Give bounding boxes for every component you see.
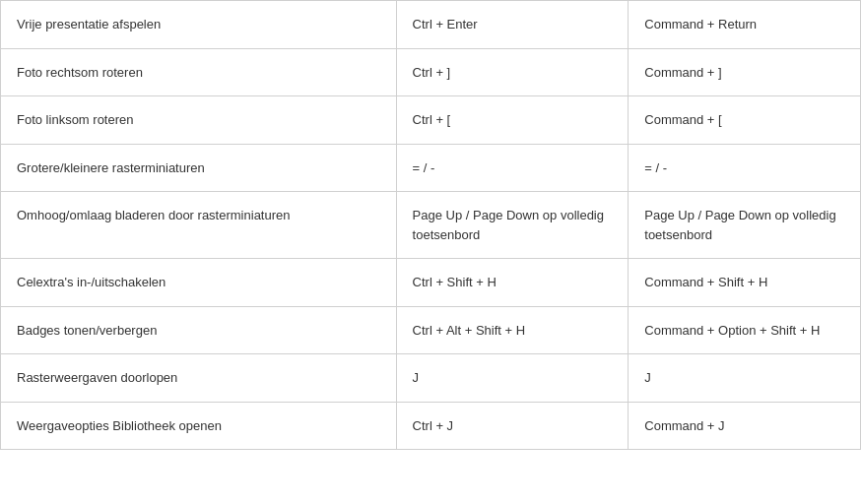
- mac-shortcut-cell: Command + ]: [629, 48, 861, 96]
- table-row: Celextra's in-/uitschakelenCtrl + Shift …: [1, 259, 861, 307]
- windows-shortcut-cell: J: [396, 354, 629, 403]
- mac-shortcut-cell: = / -: [629, 144, 861, 192]
- windows-shortcut-cell: Ctrl + J: [396, 402, 629, 450]
- mac-shortcut-cell: J: [629, 354, 861, 403]
- action-cell: Rasterweergaven doorlopen: [1, 354, 397, 403]
- shortcuts-table: Vrije presentatie afspelenCtrl + EnterCo…: [0, 0, 861, 450]
- windows-shortcut-cell: Ctrl + Shift + H: [396, 259, 629, 307]
- table-row: Foto linksom roterenCtrl + [Command + [: [1, 96, 861, 145]
- windows-shortcut-cell: Ctrl + ]: [396, 48, 629, 96]
- shortcuts-table-container: Vrije presentatie afspelenCtrl + EnterCo…: [0, 0, 861, 450]
- action-cell: Foto linksom roteren: [1, 96, 397, 145]
- action-cell: Grotere/kleinere rasterminiaturen: [1, 144, 397, 192]
- windows-shortcut-cell: Ctrl + Enter: [396, 1, 629, 49]
- action-cell: Foto rechtsom roteren: [1, 48, 397, 96]
- table-row: Grotere/kleinere rasterminiaturen= / -= …: [1, 144, 861, 192]
- table-row: Omhoog/omlaag bladeren door rasterminiat…: [1, 192, 861, 259]
- windows-shortcut-cell: Page Up / Page Down op volledig toetsenb…: [396, 192, 629, 259]
- mac-shortcut-cell: Command + Shift + H: [629, 259, 861, 307]
- action-cell: Celextra's in-/uitschakelen: [1, 259, 397, 307]
- action-cell: Badges tonen/verbergen: [1, 306, 397, 354]
- action-cell: Vrije presentatie afspelen: [1, 1, 397, 49]
- windows-shortcut-cell: Ctrl + Alt + Shift + H: [396, 306, 629, 354]
- table-row: Weergaveopties Bibliotheek openenCtrl + …: [1, 402, 861, 450]
- windows-shortcut-cell: Ctrl + [: [396, 96, 629, 145]
- table-row: Rasterweergaven doorlopenJJ: [1, 354, 861, 403]
- mac-shortcut-cell: Command + [: [629, 96, 861, 145]
- mac-shortcut-cell: Page Up / Page Down op volledig toetsenb…: [629, 192, 861, 259]
- table-row: Foto rechtsom roterenCtrl + ]Command + ]: [1, 48, 861, 96]
- action-cell: Omhoog/omlaag bladeren door rasterminiat…: [1, 192, 397, 259]
- table-row: Vrije presentatie afspelenCtrl + EnterCo…: [1, 1, 861, 49]
- action-cell: Weergaveopties Bibliotheek openen: [1, 402, 397, 450]
- table-row: Badges tonen/verbergenCtrl + Alt + Shift…: [1, 306, 861, 354]
- mac-shortcut-cell: Command + Return: [629, 1, 861, 49]
- mac-shortcut-cell: Command + Option + Shift + H: [629, 306, 861, 354]
- windows-shortcut-cell: = / -: [396, 144, 629, 192]
- mac-shortcut-cell: Command + J: [629, 402, 861, 450]
